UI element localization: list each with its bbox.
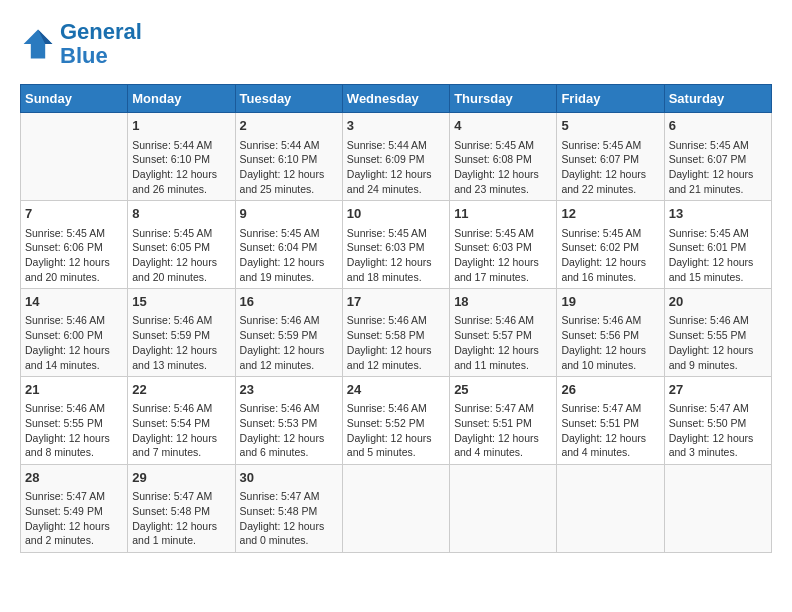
logo: General Blue bbox=[20, 20, 142, 68]
cell-content-line: Sunset: 6:02 PM bbox=[561, 240, 659, 255]
day-number: 6 bbox=[669, 117, 767, 135]
day-number: 5 bbox=[561, 117, 659, 135]
cell-content-line: and 22 minutes. bbox=[561, 182, 659, 197]
header-row: SundayMondayTuesdayWednesdayThursdayFrid… bbox=[21, 85, 772, 113]
cell-content-line: Sunrise: 5:45 AM bbox=[454, 226, 552, 241]
cell-content-line: Daylight: 12 hours bbox=[25, 519, 123, 534]
cell-content-line: and 4 minutes. bbox=[454, 445, 552, 460]
cell-content-line: Daylight: 12 hours bbox=[669, 343, 767, 358]
cell-content-line: Sunset: 6:08 PM bbox=[454, 152, 552, 167]
header-wednesday: Wednesday bbox=[342, 85, 449, 113]
cell-content-line: Daylight: 12 hours bbox=[240, 519, 338, 534]
calendar-cell: 13Sunrise: 5:45 AMSunset: 6:01 PMDayligh… bbox=[664, 201, 771, 289]
cell-content-line: Sunrise: 5:45 AM bbox=[240, 226, 338, 241]
calendar-cell: 7Sunrise: 5:45 AMSunset: 6:06 PMDaylight… bbox=[21, 201, 128, 289]
day-number: 28 bbox=[25, 469, 123, 487]
cell-content-line: Sunrise: 5:45 AM bbox=[25, 226, 123, 241]
cell-content-line: Sunrise: 5:46 AM bbox=[132, 401, 230, 416]
calendar-cell: 15Sunrise: 5:46 AMSunset: 5:59 PMDayligh… bbox=[128, 289, 235, 377]
cell-content-line: Sunset: 6:04 PM bbox=[240, 240, 338, 255]
calendar-cell bbox=[557, 465, 664, 553]
cell-content-line: and 9 minutes. bbox=[669, 358, 767, 373]
day-number: 3 bbox=[347, 117, 445, 135]
cell-content-line: Sunset: 5:56 PM bbox=[561, 328, 659, 343]
cell-content-line: Sunrise: 5:45 AM bbox=[132, 226, 230, 241]
calendar-cell: 5Sunrise: 5:45 AMSunset: 6:07 PMDaylight… bbox=[557, 113, 664, 201]
cell-content-line: Sunset: 5:51 PM bbox=[561, 416, 659, 431]
cell-content-line: Sunset: 6:06 PM bbox=[25, 240, 123, 255]
day-number: 13 bbox=[669, 205, 767, 223]
cell-content-line: Sunset: 6:00 PM bbox=[25, 328, 123, 343]
calendar-cell: 1Sunrise: 5:44 AMSunset: 6:10 PMDaylight… bbox=[128, 113, 235, 201]
day-number: 21 bbox=[25, 381, 123, 399]
calendar-week-3: 14Sunrise: 5:46 AMSunset: 6:00 PMDayligh… bbox=[21, 289, 772, 377]
cell-content-line: and 21 minutes. bbox=[669, 182, 767, 197]
cell-content-line: and 13 minutes. bbox=[132, 358, 230, 373]
calendar-cell: 4Sunrise: 5:45 AMSunset: 6:08 PMDaylight… bbox=[450, 113, 557, 201]
day-number: 19 bbox=[561, 293, 659, 311]
cell-content-line: Sunrise: 5:46 AM bbox=[347, 313, 445, 328]
page-header: General Blue bbox=[20, 20, 772, 68]
cell-content-line: Daylight: 12 hours bbox=[454, 255, 552, 270]
day-number: 4 bbox=[454, 117, 552, 135]
calendar-cell bbox=[342, 465, 449, 553]
cell-content-line: Daylight: 12 hours bbox=[669, 431, 767, 446]
cell-content-line: Sunrise: 5:46 AM bbox=[25, 313, 123, 328]
cell-content-line: and 8 minutes. bbox=[25, 445, 123, 460]
day-number: 7 bbox=[25, 205, 123, 223]
cell-content-line: Sunrise: 5:46 AM bbox=[25, 401, 123, 416]
cell-content-line: and 18 minutes. bbox=[347, 270, 445, 285]
cell-content-line: Daylight: 12 hours bbox=[561, 343, 659, 358]
calendar-cell: 8Sunrise: 5:45 AMSunset: 6:05 PMDaylight… bbox=[128, 201, 235, 289]
cell-content-line: Sunset: 5:59 PM bbox=[240, 328, 338, 343]
calendar-cell: 20Sunrise: 5:46 AMSunset: 5:55 PMDayligh… bbox=[664, 289, 771, 377]
cell-content-line: and 12 minutes. bbox=[240, 358, 338, 373]
day-number: 20 bbox=[669, 293, 767, 311]
day-number: 10 bbox=[347, 205, 445, 223]
day-number: 2 bbox=[240, 117, 338, 135]
cell-content-line: Daylight: 12 hours bbox=[561, 167, 659, 182]
cell-content-line: Sunset: 6:07 PM bbox=[561, 152, 659, 167]
calendar-cell: 2Sunrise: 5:44 AMSunset: 6:10 PMDaylight… bbox=[235, 113, 342, 201]
cell-content-line: and 11 minutes. bbox=[454, 358, 552, 373]
cell-content-line: Sunset: 6:09 PM bbox=[347, 152, 445, 167]
cell-content-line: and 7 minutes. bbox=[132, 445, 230, 460]
calendar-cell: 26Sunrise: 5:47 AMSunset: 5:51 PMDayligh… bbox=[557, 377, 664, 465]
cell-content-line: Sunset: 6:03 PM bbox=[454, 240, 552, 255]
cell-content-line: Daylight: 12 hours bbox=[347, 255, 445, 270]
day-number: 18 bbox=[454, 293, 552, 311]
header-thursday: Thursday bbox=[450, 85, 557, 113]
cell-content-line: Daylight: 12 hours bbox=[561, 255, 659, 270]
cell-content-line: Sunset: 6:10 PM bbox=[132, 152, 230, 167]
cell-content-line: Daylight: 12 hours bbox=[454, 431, 552, 446]
cell-content-line: Sunrise: 5:46 AM bbox=[454, 313, 552, 328]
logo-blue: Blue bbox=[60, 43, 108, 68]
cell-content-line: and 16 minutes. bbox=[561, 270, 659, 285]
cell-content-line: Sunset: 6:10 PM bbox=[240, 152, 338, 167]
cell-content-line: and 6 minutes. bbox=[240, 445, 338, 460]
logo-icon bbox=[20, 26, 56, 62]
cell-content-line: Sunset: 6:07 PM bbox=[669, 152, 767, 167]
day-number: 26 bbox=[561, 381, 659, 399]
day-number: 23 bbox=[240, 381, 338, 399]
calendar-cell: 10Sunrise: 5:45 AMSunset: 6:03 PMDayligh… bbox=[342, 201, 449, 289]
cell-content-line: Daylight: 12 hours bbox=[240, 255, 338, 270]
cell-content-line: Sunset: 5:48 PM bbox=[240, 504, 338, 519]
day-number: 22 bbox=[132, 381, 230, 399]
cell-content-line: Daylight: 12 hours bbox=[132, 167, 230, 182]
cell-content-line: Sunset: 5:55 PM bbox=[25, 416, 123, 431]
cell-content-line: Daylight: 12 hours bbox=[240, 431, 338, 446]
day-number: 8 bbox=[132, 205, 230, 223]
cell-content-line: Daylight: 12 hours bbox=[25, 255, 123, 270]
cell-content-line: and 14 minutes. bbox=[25, 358, 123, 373]
cell-content-line: and 25 minutes. bbox=[240, 182, 338, 197]
cell-content-line: Sunrise: 5:45 AM bbox=[561, 226, 659, 241]
day-number: 30 bbox=[240, 469, 338, 487]
calendar-week-5: 28Sunrise: 5:47 AMSunset: 5:49 PMDayligh… bbox=[21, 465, 772, 553]
day-number: 27 bbox=[669, 381, 767, 399]
cell-content-line: Sunset: 6:01 PM bbox=[669, 240, 767, 255]
cell-content-line: Sunrise: 5:47 AM bbox=[454, 401, 552, 416]
cell-content-line: Sunrise: 5:47 AM bbox=[669, 401, 767, 416]
cell-content-line: Daylight: 12 hours bbox=[132, 255, 230, 270]
cell-content-line: Daylight: 12 hours bbox=[132, 343, 230, 358]
